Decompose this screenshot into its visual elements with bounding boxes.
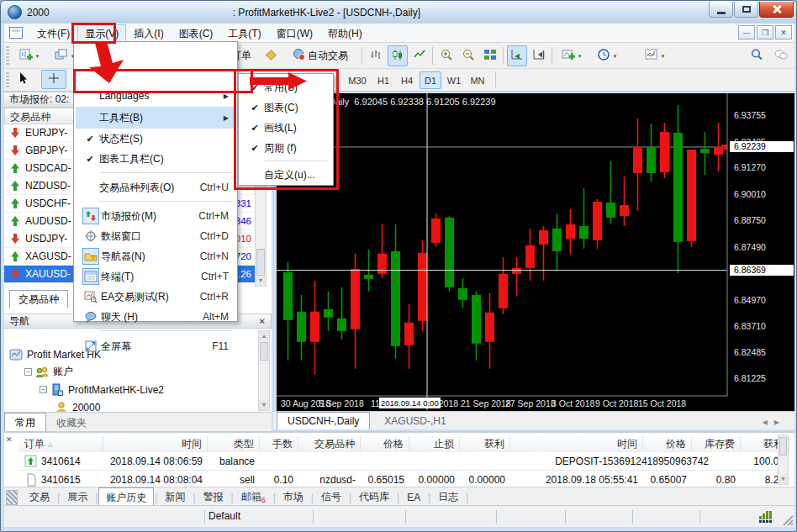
column-header-6[interactable]: 止损	[409, 436, 460, 452]
tree-item-accounts[interactable]: −账户	[24, 363, 73, 381]
auto-scroll-button[interactable]	[507, 45, 527, 66]
terminal-tab-5[interactable]: 邮箱6	[235, 487, 272, 507]
column-header-2[interactable]: 类型	[208, 436, 260, 452]
view-menu-item-10[interactable]: 终端(T)Ctrl+T	[76, 266, 235, 287]
child-minimize-button[interactable]: —	[738, 25, 755, 40]
view-menu-item-8[interactable]: 数据窗口Ctrl+D	[76, 226, 235, 246]
navigator-close-icon[interactable]: ✕	[259, 317, 266, 326]
view-menu-item-0[interactable]: Languages▶	[76, 85, 235, 107]
view-menu-item-2[interactable]: ✔状态栏(S)	[76, 129, 235, 149]
period-w1-button[interactable]: W1	[443, 71, 465, 89]
chart-tab-usdcnhdaily[interactable]: USDCNH-,Daily	[277, 412, 370, 429]
dropdown-caret-icon[interactable]: ▼	[613, 54, 618, 59]
menu-item[interactable]: 图表(C)	[172, 24, 221, 42]
menu-item[interactable]: 工具(T)	[220, 24, 268, 42]
toolbars-submenu-item-3[interactable]: ✔周期 (f)	[240, 138, 331, 158]
column-header-1[interactable]: 时间	[103, 436, 208, 452]
candlestick-chart[interactable]	[277, 93, 794, 411]
terminal-tab-4[interactable]: 警报	[197, 487, 230, 507]
scroll-down-icon[interactable]: ▼	[256, 276, 266, 286]
chart-shift-button[interactable]	[529, 45, 549, 66]
menu-item[interactable]: 帮助(H)	[320, 24, 370, 42]
terminal-tab-1[interactable]: 展示	[61, 487, 94, 507]
terminal-tab-8[interactable]: 代码库	[352, 487, 396, 507]
navigator-scrollbar[interactable]: ▲ ▼	[258, 330, 270, 411]
terminal-tab-0[interactable]: 交易	[23, 487, 56, 507]
tile-windows-button[interactable]	[480, 45, 500, 66]
terminal-grip-icon[interactable]	[6, 490, 18, 505]
cursor-button[interactable]	[11, 70, 34, 89]
column-header-10[interactable]: 库存费	[692, 436, 741, 452]
terminal-tab-10[interactable]: 日志	[431, 487, 465, 507]
market-watch-tab-symbols[interactable]: 交易品种	[9, 290, 68, 308]
toolbars-submenu-item-0[interactable]: ✔常用(S)	[240, 77, 331, 97]
toolbars-submenu-item-1[interactable]: ✔图表(C)	[240, 97, 331, 118]
new-chart-button[interactable]: ▼	[13, 45, 46, 66]
periods-button[interactable]: ▼	[591, 45, 623, 66]
chart-tab-xagusdh1[interactable]: XAGUSD-,H1	[373, 412, 457, 429]
menu-view[interactable]: 显示(V)	[77, 24, 126, 42]
column-header-8[interactable]: 时间	[510, 436, 643, 452]
indicators-button[interactable]: ▼	[556, 45, 588, 66]
terminal-tab-3[interactable]: 新闻	[158, 487, 192, 507]
crosshair-button[interactable]	[41, 70, 66, 89]
toolbars-submenu-item-2[interactable]: ✔画线(L)	[240, 118, 331, 138]
dropdown-caret-icon[interactable]: ▼	[35, 54, 40, 59]
column-header-0[interactable]: 订单△	[19, 436, 103, 452]
view-menu-item-5[interactable]: 交易品种列表(O)Ctrl+U	[76, 177, 235, 198]
resize-grip[interactable]	[780, 513, 794, 526]
minimize-button[interactable]	[709, 2, 733, 18]
menu-item[interactable]: 插入(I)	[126, 24, 171, 42]
view-menu-item-12[interactable]: 聊天 (H)Alt+M	[76, 307, 235, 327]
menu-item[interactable]: 文件(F)	[29, 24, 77, 42]
chat-button[interactable]	[769, 45, 793, 66]
view-menu-item-9[interactable]: 导航器(N)Ctrl+N	[76, 246, 235, 266]
toolbars-submenu-item-5[interactable]: 自定义(u)...	[240, 165, 331, 185]
line-chart-button[interactable]	[409, 45, 430, 66]
zoom-out-button[interactable]	[458, 45, 478, 66]
view-menu-item-11[interactable]: EA交易测试(R)Ctrl+R	[76, 287, 235, 307]
dropdown-caret-icon[interactable]: ▼	[578, 54, 583, 59]
chart-tab-nav-arrows[interactable]: ◀▶	[763, 419, 786, 426]
tree-expander-icon[interactable]: −	[40, 386, 47, 393]
period-m30-button[interactable]: M30	[344, 71, 371, 89]
terminal-close-icon[interactable]: ✕	[6, 435, 13, 444]
scroll-down-icon[interactable]: ▼	[779, 474, 788, 484]
column-header-5[interactable]: 价格	[361, 436, 409, 452]
zoom-in-button[interactable]	[436, 45, 457, 66]
period-d1-button[interactable]: D1	[420, 71, 441, 89]
view-menu-item-3[interactable]: ✔图表工具栏(C)	[76, 149, 235, 169]
tree-expander-icon[interactable]: −	[24, 368, 32, 376]
terminal-tab-2[interactable]: 账户历史	[98, 487, 154, 508]
status-profile[interactable]: Default	[208, 510, 240, 522]
scroll-up-icon[interactable]: ▲	[259, 331, 269, 341]
scripts-button[interactable]	[260, 45, 282, 66]
menu-item[interactable]: 窗口(W)	[269, 24, 320, 42]
candlestick-button[interactable]	[388, 45, 408, 66]
search-button[interactable]	[746, 45, 768, 66]
toolbar-grip[interactable]	[6, 72, 9, 87]
navigator-tab-common[interactable]: 常用	[4, 413, 46, 433]
templates-button[interactable]: ▼	[636, 45, 673, 66]
terminal-tab-6[interactable]: 市场	[277, 487, 310, 507]
period-h1-button[interactable]: H1	[372, 71, 394, 89]
dropdown-caret-icon[interactable]: ▼	[661, 54, 666, 59]
child-close-button[interactable]: ✕	[775, 25, 792, 40]
period-mn-button[interactable]: MN	[467, 71, 488, 89]
view-menu-item-1[interactable]: 工具栏(B)▶	[76, 107, 235, 129]
restore-button[interactable]	[734, 2, 758, 18]
chart-window-icon[interactable]	[9, 27, 23, 39]
terminal-tab-7[interactable]: 信号	[314, 487, 348, 507]
toolbar-grip[interactable]	[6, 46, 9, 65]
navigator-tab-favorites[interactable]: 收藏夹	[46, 413, 97, 433]
bar-chart-button[interactable]	[366, 45, 386, 66]
terminal-scrollbar[interactable]: ▼	[778, 435, 789, 485]
scrollbar-thumb[interactable]	[779, 437, 787, 456]
view-menu-item-7[interactable]: 市场报价(M)Ctrl+M	[76, 206, 235, 226]
child-restore-button[interactable]: ❒	[757, 25, 773, 40]
view-menu-item-14[interactable]: 全屏幕F11	[76, 335, 235, 357]
close-button[interactable]	[759, 2, 794, 18]
autotrade-button[interactable]: 自动交易	[285, 45, 356, 66]
column-header-9[interactable]: 价格	[643, 436, 692, 452]
scrollbar-thumb[interactable]	[256, 249, 265, 276]
